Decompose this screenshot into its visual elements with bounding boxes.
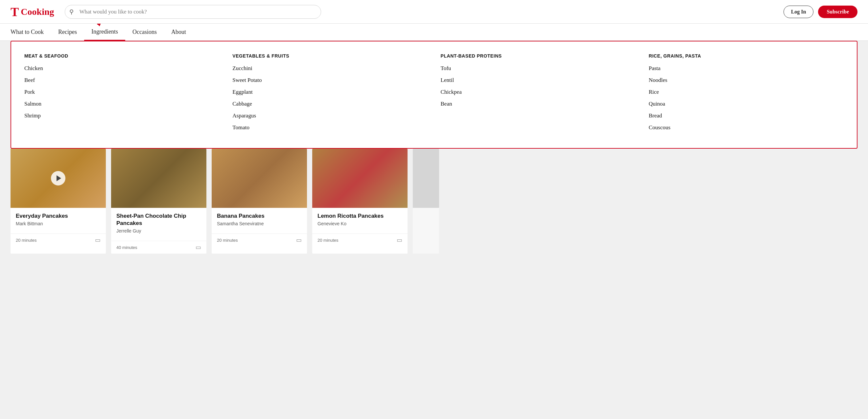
recipe-time: 40 minutes [116, 245, 137, 250]
nav-item-occasions[interactable]: Occasions [125, 24, 164, 41]
recipe-footer: 40 minutes ▭ [111, 241, 207, 253]
list-item: Lentil [441, 77, 636, 84]
main-nav: What to Cook Recipes Ingredients Occasio… [0, 24, 868, 41]
recipe-title: Sheet-Pan Chocolate Chip Pancakes [116, 212, 201, 227]
nav-item-recipes[interactable]: Recipes [51, 24, 84, 41]
dropdown-col-list-meat-seafood: Chicken Beef Pork Salmon Shrimp [24, 65, 219, 119]
dropdown-col-vegetables-fruits: Vegetables & Fruits Zucchini Sweet Potat… [232, 53, 427, 136]
list-item: Tofu [441, 65, 636, 72]
cooking-wordmark: Cooking [21, 7, 54, 17]
ingredient-chickpea[interactable]: Chickpea [441, 89, 462, 95]
dropdown-col-list-vegetables-fruits: Zucchini Sweet Potato Eggplant Cabbage A… [232, 65, 427, 131]
list-item: Cabbage [232, 101, 427, 107]
list-item: Sweet Potato [232, 77, 427, 84]
play-button[interactable] [51, 171, 65, 185]
search-area: ⚲ [65, 5, 321, 19]
search-input[interactable] [65, 5, 321, 19]
ingredient-tomato[interactable]: Tomato [232, 124, 249, 130]
nav-item-what-to-cook[interactable]: What to Cook [10, 24, 51, 41]
ingredient-salmon[interactable]: Salmon [24, 101, 41, 107]
recipe-time: 20 minutes [16, 238, 37, 243]
subscribe-button[interactable]: Subscribe [818, 6, 858, 18]
ingredient-lentil[interactable]: Lentil [441, 77, 454, 83]
recipe-footer: 20 minutes ▭ [212, 234, 307, 246]
dropdown-col-list-plant-based-proteins: Tofu Lentil Chickpea Bean [441, 65, 636, 107]
list-item: Rice [649, 89, 844, 95]
recipe-time: 20 minutes [317, 238, 339, 243]
list-item: Shrimp [24, 113, 219, 119]
list-item: Beef [24, 77, 219, 84]
list-item: Asparagus [232, 113, 427, 119]
dropdown-col-heading-plant-based-proteins: Plant-Based Proteins [441, 53, 636, 59]
recipe-card-partial [413, 149, 439, 253]
nyt-logo-t: T [10, 6, 19, 18]
dropdown-col-heading-vegetables-fruits: Vegetables & Fruits [232, 53, 427, 59]
recipe-card-sheet-pan[interactable]: Sheet-Pan Chocolate Chip Pancakes Jerrel… [111, 149, 207, 253]
recipe-title: Lemon Ricotta Pancakes [317, 212, 402, 220]
ingredient-quinoa[interactable]: Quinoa [649, 101, 665, 107]
recipe-card-image-partial [413, 149, 439, 208]
ingredient-cabbage[interactable]: Cabbage [232, 101, 252, 107]
logo[interactable]: T Cooking [10, 6, 54, 18]
recipe-card-everyday-pancakes[interactable]: Everyday Pancakes Mark Bittman 20 minute… [10, 149, 106, 253]
list-item: Pork [24, 89, 219, 95]
recipe-title: Everyday Pancakes [16, 212, 100, 220]
list-item: Chicken [24, 65, 219, 72]
ingredient-noodles[interactable]: Noodles [649, 77, 668, 83]
recipe-card-image [111, 149, 207, 208]
recipe-card-image [212, 149, 307, 208]
bookmark-icon[interactable]: ▭ [397, 237, 402, 244]
recipe-card-body: Lemon Ricotta Pancakes Genevieve Ko [312, 208, 407, 234]
ingredient-asparagus[interactable]: Asparagus [232, 113, 256, 119]
ingredient-eggplant[interactable]: Eggplant [232, 89, 252, 95]
recipe-author: Mark Bittman [16, 221, 100, 226]
dropdown-col-meat-seafood: Meat & Seafood Chicken Beef Pork Salmon … [24, 53, 219, 136]
list-item: Noodles [649, 77, 844, 84]
dropdown-col-heading-rice-grains-pasta: Rice, Grains, Pasta [649, 53, 844, 59]
ingredient-chicken[interactable]: Chicken [24, 65, 43, 71]
site-header: T Cooking ⚲ Log In Subscribe [0, 0, 868, 24]
list-item: Quinoa [649, 101, 844, 107]
bookmark-icon[interactable]: ▭ [95, 237, 100, 244]
recipe-footer: 20 minutes ▭ [312, 234, 407, 246]
ingredient-bread[interactable]: Bread [649, 113, 662, 119]
recipe-card-image [10, 149, 106, 208]
ingredient-rice[interactable]: Rice [649, 89, 659, 95]
ingredient-pasta[interactable]: Pasta [649, 65, 661, 71]
ingredient-beef[interactable]: Beef [24, 77, 35, 83]
login-button[interactable]: Log In [783, 6, 814, 18]
nav-item-ingredients[interactable]: Ingredients [84, 24, 125, 41]
main-content: Everyday Pancakes Mark Bittman 20 minute… [0, 149, 868, 253]
recipe-title: Banana Pancakes [217, 212, 302, 220]
recipe-time: 20 minutes [217, 238, 238, 243]
ingredient-bean[interactable]: Bean [441, 101, 452, 107]
recipe-card-lemon-ricotta[interactable]: Lemon Ricotta Pancakes Genevieve Ko 20 m… [312, 149, 407, 253]
list-item: Salmon [24, 101, 219, 107]
header-actions: Log In Subscribe [783, 6, 858, 18]
dropdown-col-plant-based-proteins: Plant-Based Proteins Tofu Lentil Chickpe… [441, 53, 636, 136]
ingredient-couscous[interactable]: Couscous [649, 124, 671, 130]
recipe-card-image [312, 149, 407, 208]
ingredient-zucchini[interactable]: Zucchini [232, 65, 252, 71]
recipe-card-banana-pancakes[interactable]: Banana Pancakes Samantha Seneviratne 20 … [212, 149, 307, 253]
dropdown-col-list-rice-grains-pasta: Pasta Noodles Rice Quinoa Bread Couscous [649, 65, 844, 131]
ingredient-pork[interactable]: Pork [24, 89, 35, 95]
recipe-author: Genevieve Ko [317, 221, 402, 226]
ingredient-sweet-potato[interactable]: Sweet Potato [232, 77, 261, 83]
nav-item-about[interactable]: About [164, 24, 193, 41]
bookmark-icon[interactable]: ▭ [195, 244, 201, 251]
list-item: Bean [441, 101, 636, 107]
list-item: Tomato [232, 124, 427, 131]
recipe-author: Samantha Seneviratne [217, 221, 302, 226]
ingredients-dropdown: Meat & Seafood Chicken Beef Pork Salmon … [10, 41, 858, 149]
recipe-card-body: Everyday Pancakes Mark Bittman [10, 208, 106, 234]
bookmark-icon[interactable]: ▭ [296, 237, 302, 244]
ingredient-shrimp[interactable]: Shrimp [24, 113, 41, 119]
list-item: Zucchini [232, 65, 427, 72]
recipe-card-body: Sheet-Pan Chocolate Chip Pancakes Jerrel… [111, 208, 207, 241]
list-item: Pasta [649, 65, 844, 72]
dropdown-col-rice-grains-pasta: Rice, Grains, Pasta Pasta Noodles Rice Q… [649, 53, 844, 136]
recipe-author: Jerrelle Guy [116, 228, 201, 234]
recipe-row: Everyday Pancakes Mark Bittman 20 minute… [10, 149, 858, 253]
ingredient-tofu[interactable]: Tofu [441, 65, 451, 71]
